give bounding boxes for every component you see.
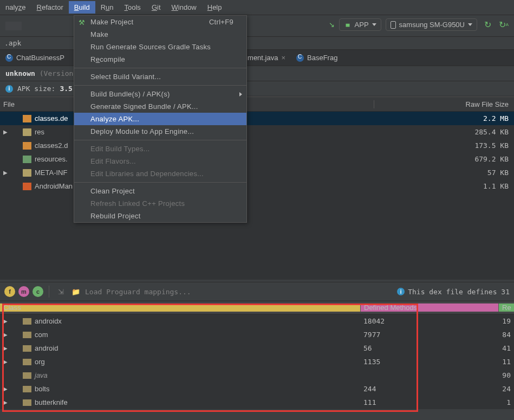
expand-icon[interactable]: ▶ <box>3 332 9 338</box>
expand-icon[interactable]: ▶ <box>3 386 9 392</box>
chevron-down-icon <box>372 23 376 26</box>
hammer-icon: ⚒ <box>79 18 86 26</box>
expand-icon[interactable]: ▶ <box>3 345 9 351</box>
sync-all-icon[interactable]: ↻A <box>498 19 510 31</box>
class-row[interactable]: ▶android5641 <box>0 341 514 355</box>
file-name: res <box>35 128 44 136</box>
tree-icon[interactable]: ⇲ <box>55 286 67 298</box>
menuitem-build-bundle-s-apk-s[interactable]: Build Bundle(s) / APK(s) <box>74 88 246 100</box>
menu-refactor[interactable]: Refactor <box>31 1 69 14</box>
menuitem-recompile[interactable]: Recompile <box>74 53 246 66</box>
expand-icon[interactable]: ▶ <box>3 318 9 324</box>
menu-window[interactable]: Window <box>166 1 202 14</box>
filter-m-button[interactable]: m <box>18 286 29 297</box>
ref-col-header[interactable]: Re <box>498 303 514 312</box>
expand-icon[interactable]: ▶ <box>3 399 9 405</box>
file-name: AndroidMan <box>35 182 73 190</box>
menuitem-make-project[interactable]: ⚒Make ProjectCtrl+F9 <box>74 16 246 28</box>
expand-icon[interactable]: ▶ <box>3 129 9 135</box>
class-row[interactable]: ▶androidx1804219 <box>0 314 514 328</box>
rawsize-col-header[interactable]: Raw File Size <box>374 100 514 108</box>
close-icon[interactable]: × <box>281 54 285 62</box>
package-icon <box>23 372 31 379</box>
apk-version: (Version <box>40 69 74 77</box>
class-row[interactable]: ▶butterknife1111 <box>0 396 514 409</box>
menuitem-run-generate-sources-gradle-tasks[interactable]: Run Generate Sources Gradle Tasks <box>74 41 246 53</box>
class-row[interactable]: ▶bolts24424 <box>0 382 514 396</box>
menu-git[interactable]: Git <box>146 1 166 14</box>
chevron-down-icon <box>468 23 472 26</box>
menu-nalyze[interactable]: nalyze <box>0 1 31 14</box>
apk-name: unknown <box>5 69 35 77</box>
menu-run[interactable]: Run <box>95 1 119 14</box>
defined-methods: 56 <box>360 344 498 352</box>
class-name: butterknife <box>35 398 68 406</box>
class-table: ▶androidx1804219▶com797784▶android5641▶o… <box>0 314 514 409</box>
filter-c-button[interactable]: c <box>32 286 43 297</box>
menuitem-edit-build-types: Edit Build Types... <box>74 143 246 155</box>
class-row[interactable]: ▶org113511 <box>0 355 514 369</box>
class-icon <box>296 54 304 62</box>
device-label: samsung SM-G950U <box>399 21 465 29</box>
menuitem-refresh-linked-c-projects: Refresh Linked C++ Projects <box>74 197 246 210</box>
info-icon: i <box>397 288 405 295</box>
menuitem-deploy-module-to-app-engine[interactable]: Deploy Module to App Engine... <box>74 125 246 138</box>
ref-count: 24 <box>498 385 514 393</box>
file-icon <box>23 156 31 163</box>
class-col-header[interactable]: Class <box>0 303 360 312</box>
package-icon <box>23 345 31 352</box>
class-row[interactable]: ▶com797784 <box>0 328 514 341</box>
menuitem-analyze-apk[interactable]: Analyze APK... <box>74 113 246 125</box>
filter-f-button[interactable]: f <box>4 286 15 297</box>
tab-chatbusiness[interactable]: ChatBusinessP <box>0 50 70 66</box>
class-name: org <box>35 358 45 366</box>
expand-icon[interactable]: ▶ <box>3 359 9 365</box>
file-name: META-INF <box>35 169 67 177</box>
load-proguard-link[interactable]: Load Proguard mappings... <box>85 288 191 296</box>
menu-tools[interactable]: Tools <box>119 1 146 14</box>
class-row[interactable]: java90 <box>0 369 514 382</box>
device-combo[interactable]: samsung SM-G950U <box>386 18 477 31</box>
file-name: classes2.d <box>35 141 68 150</box>
info-icon: i <box>5 85 13 93</box>
file-size: 285.4 KB <box>374 128 514 136</box>
package-icon <box>23 318 31 325</box>
menu-build[interactable]: Build <box>69 1 95 14</box>
ref-count: 41 <box>498 344 514 352</box>
class-name: bolts <box>35 385 49 393</box>
menu-help[interactable]: Help <box>202 1 227 14</box>
ref-count: 19 <box>498 317 514 325</box>
expand-icon[interactable]: ▶ <box>3 170 9 176</box>
folder-icon[interactable]: 📁 <box>70 286 82 298</box>
package-icon <box>23 332 31 338</box>
menuitem-rebuild-project[interactable]: Rebuild Project <box>74 210 246 222</box>
class-table-header: Class Defined Methods Re <box>0 301 514 314</box>
dex-hint: This dex file defines 31 <box>408 288 510 296</box>
tab-basefrag[interactable]: BaseFrag <box>291 50 343 66</box>
ref-count: 11 <box>498 358 514 366</box>
file-size: 2.2 MB <box>374 114 514 122</box>
package-icon <box>23 359 31 365</box>
sync-icon[interactable]: ↻ <box>482 19 493 31</box>
class-name: com <box>35 331 48 339</box>
defmethods-col-header[interactable]: Defined Methods <box>360 303 498 312</box>
defined-methods: 244 <box>360 385 498 393</box>
file-size: 57 KB <box>374 169 514 177</box>
defined-methods: 111 <box>360 398 498 406</box>
ref-count: 90 <box>498 371 514 379</box>
android-icon <box>344 21 352 29</box>
run-config-combo[interactable]: APP <box>339 18 381 31</box>
defined-methods: 7977 <box>360 331 498 339</box>
run-config-label: APP <box>355 21 369 29</box>
file-name: resources. <box>35 155 68 163</box>
menuitem-generate-signed-bundle-apk[interactable]: Generate Signed Bundle / APK... <box>74 100 246 113</box>
tab-label: ChatBusinessP <box>16 54 64 62</box>
menuitem-clean-project[interactable]: Clean Project <box>74 185 246 197</box>
menuitem-select-build-variant[interactable]: Select Build Variant... <box>74 70 246 83</box>
separator <box>49 286 49 298</box>
menuitem-make[interactable]: Make <box>74 28 246 41</box>
package-icon <box>23 399 31 406</box>
wand-icon[interactable]: ↘ <box>329 21 335 29</box>
apk-size-value: 3.5 <box>60 85 72 93</box>
ref-count: 84 <box>498 331 514 339</box>
